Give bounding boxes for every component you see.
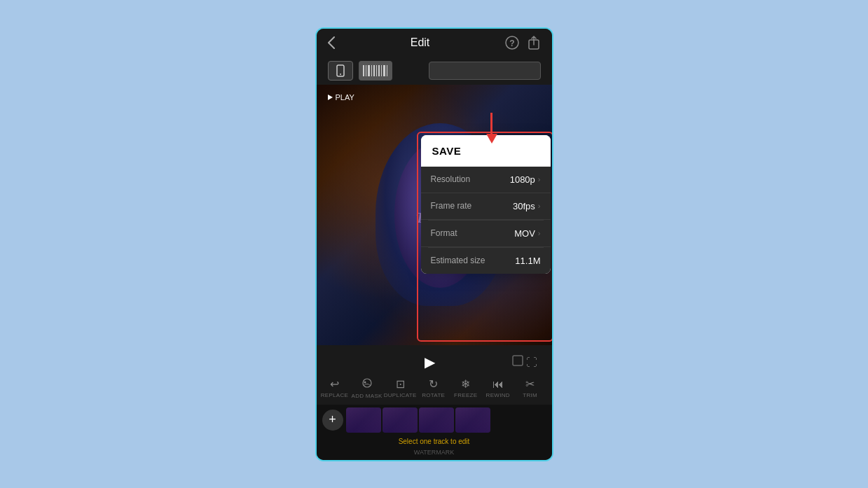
svg-text:?: ? bbox=[510, 39, 515, 48]
tool-duplicate[interactable]: ⊡ DUPLICATE bbox=[384, 377, 417, 398]
frame-rate-setting[interactable]: Frame rate 30fps › bbox=[421, 193, 551, 220]
watermark-hint: WATERMARK bbox=[317, 447, 552, 457]
estimated-size-row: Estimated size 11.1M bbox=[421, 248, 551, 274]
back-button[interactable] bbox=[328, 36, 335, 49]
tool-rewind[interactable]: ⏮ REWIND bbox=[483, 378, 514, 398]
top-bar: Edit ? bbox=[317, 29, 552, 57]
rotate-icon: ↻ bbox=[429, 377, 438, 391]
format-setting[interactable]: Format MOV › bbox=[421, 221, 551, 247]
freeze-label: FREEZE bbox=[454, 392, 477, 398]
controls-area: ▶ ⛶ ↩ REPLACE bbox=[317, 345, 552, 405]
frame-rate-label: Frame rate bbox=[431, 201, 472, 211]
clip-4[interactable] bbox=[455, 407, 490, 433]
duplicate-icon: ⊡ bbox=[396, 377, 405, 391]
help-button[interactable]: ? bbox=[505, 36, 519, 50]
share-button[interactable] bbox=[528, 36, 540, 50]
timeline-clips bbox=[346, 407, 552, 433]
barcode-format-icon[interactable] bbox=[359, 61, 392, 81]
add-mask-label: ADD MASK bbox=[352, 393, 383, 399]
trim-label: TRIM bbox=[523, 392, 537, 398]
clip-3[interactable] bbox=[419, 407, 454, 433]
format-bar bbox=[317, 57, 552, 85]
tool-bar: ↩ REPLACE ADD MASK ⊡ DUPLICATE ↻ bbox=[317, 373, 552, 402]
tool-replace[interactable]: ↩ REPLACE bbox=[319, 377, 350, 398]
tool-trim[interactable]: ✂ TRIM bbox=[515, 377, 546, 398]
format-chevron: › bbox=[538, 229, 541, 237]
svg-point-7 bbox=[364, 381, 366, 383]
video-area: PLAY Travel Vlog SAVE Resolution 1080p › bbox=[317, 85, 552, 345]
timeline-area: + bbox=[317, 405, 552, 435]
add-clip-button[interactable]: + bbox=[322, 410, 343, 431]
select-track-label: Select one track to edit bbox=[317, 435, 552, 447]
replace-icon: ↩ bbox=[330, 377, 339, 391]
resolution-setting[interactable]: Resolution 1080p › bbox=[421, 167, 551, 193]
page-title: Edit bbox=[411, 36, 430, 49]
tool-add-mask[interactable]: ADD MASK bbox=[352, 377, 383, 399]
svg-point-4 bbox=[340, 74, 341, 75]
clip-2[interactable] bbox=[383, 407, 418, 433]
resolution-value: 1080p › bbox=[510, 174, 541, 185]
expand-button[interactable]: ⛶ bbox=[512, 355, 537, 369]
frame-rate-value: 30fps › bbox=[513, 201, 540, 211]
frame-rate-chevron: › bbox=[538, 202, 541, 210]
add-mask-icon bbox=[361, 377, 373, 391]
save-button[interactable]: SAVE bbox=[421, 135, 551, 167]
format-value: MOV › bbox=[514, 228, 540, 239]
trim-icon: ✂ bbox=[525, 377, 535, 391]
svg-point-6 bbox=[363, 379, 371, 387]
rewind-label: REWIND bbox=[486, 392, 510, 398]
freeze-icon: ❄ bbox=[461, 377, 470, 391]
clip-1[interactable] bbox=[346, 407, 381, 433]
play-button[interactable]: ▶ bbox=[425, 354, 435, 370]
tool-freeze[interactable]: ❄ FREEZE bbox=[450, 377, 481, 398]
save-settings-popup: SAVE Resolution 1080p › Frame rate 30fps… bbox=[421, 135, 551, 274]
phone-format-icon[interactable] bbox=[328, 61, 353, 81]
format-label: Format bbox=[431, 228, 457, 238]
svg-rect-5 bbox=[513, 356, 523, 365]
estimated-size-value: 11.1M bbox=[515, 256, 540, 266]
rewind-icon: ⏮ bbox=[492, 378, 504, 391]
estimated-size-label: Estimated size bbox=[431, 256, 485, 265]
resolution-chevron: › bbox=[538, 175, 541, 183]
resolution-label: Resolution bbox=[431, 174, 471, 184]
duplicate-label: DUPLICATE bbox=[384, 392, 417, 398]
play-label: PLAY bbox=[328, 93, 354, 102]
tool-rotate[interactable]: ↻ ROTATE bbox=[418, 377, 449, 398]
rotate-label: ROTATE bbox=[422, 392, 445, 398]
phone-container: Edit ? bbox=[315, 27, 553, 461]
replace-label: REPLACE bbox=[321, 392, 348, 398]
